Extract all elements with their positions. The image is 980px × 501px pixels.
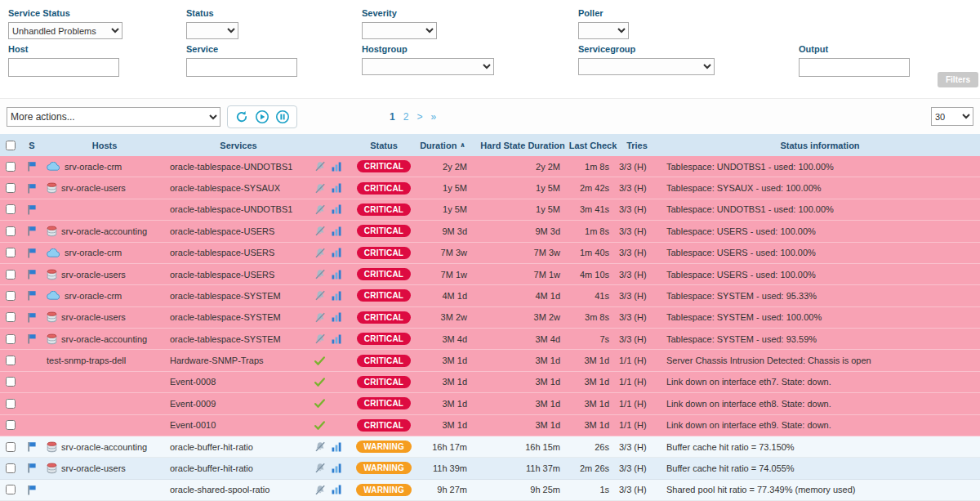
hard-state-duration-value: 3M 1d	[474, 420, 572, 430]
hard-state-duration-value: 1y 5M	[474, 183, 572, 193]
table-row: srv-oracle-accountingoracle-tablespace-U…	[0, 221, 980, 242]
chart-icon[interactable]	[332, 312, 341, 322]
row-checkbox[interactable]	[6, 377, 16, 387]
chart-icon[interactable]	[332, 226, 341, 236]
flag-icon	[27, 161, 37, 172]
row-checkbox[interactable]	[6, 399, 16, 409]
host-input[interactable]	[8, 58, 119, 77]
row-checkbox[interactable]	[6, 463, 16, 473]
page-size-select[interactable]: 30	[931, 107, 973, 126]
service-status-select[interactable]: Unhandled Problems	[8, 22, 122, 39]
chart-icon[interactable]	[332, 291, 341, 301]
row-checkbox[interactable]	[6, 291, 16, 301]
service-name[interactable]: oracle-tablespace-SYSAUX	[170, 183, 280, 193]
row-checkbox[interactable]	[6, 442, 16, 452]
chart-icon[interactable]	[332, 442, 341, 452]
status-select[interactable]	[186, 22, 238, 39]
row-checkbox[interactable]	[6, 270, 16, 280]
row-checkbox[interactable]	[6, 420, 16, 430]
service-name[interactable]: oracle-tablespace-USERS	[170, 270, 274, 280]
page-next[interactable]: >	[416, 111, 422, 123]
filters-button[interactable]: Filters	[938, 72, 978, 87]
row-checkbox[interactable]	[6, 162, 16, 172]
status-information-value: Tablespace: UNDOTBS1 - used: 100.00%	[660, 162, 980, 172]
service-name[interactable]: oracle-tablespace-USERS	[170, 226, 274, 236]
chart-icon[interactable]	[332, 183, 341, 193]
row-checkbox[interactable]	[6, 312, 16, 322]
bell-muted-icon	[314, 290, 326, 301]
chart-icon[interactable]	[332, 162, 341, 172]
column-header-hosts[interactable]: Hosts	[42, 141, 167, 150]
pause-icon[interactable]	[275, 110, 290, 124]
host-name[interactable]: srv-oracle-users	[61, 312, 126, 322]
service-name[interactable]: oracle-tablespace-USERS	[170, 248, 274, 257]
column-header-status[interactable]: Status	[356, 141, 412, 150]
host-name[interactable]: srv-oracle-crm	[65, 248, 122, 257]
status-badge: CRITICAL	[357, 160, 411, 172]
row-checkbox[interactable]	[6, 334, 16, 344]
play-icon[interactable]	[255, 110, 270, 124]
hostgroup-select[interactable]	[362, 58, 494, 75]
service-name[interactable]: oracle-tablespace-UNDOTBS1	[170, 204, 292, 214]
duration-value: 9h 27m	[412, 485, 474, 494]
service-name[interactable]: oracle-tablespace-SYSTEM	[170, 291, 281, 301]
service-name[interactable]: Event-0009	[170, 399, 216, 409]
select-all-checkbox[interactable]	[6, 141, 16, 150]
host-name[interactable]: srv-oracle-accounting	[61, 226, 147, 236]
status-badge: CRITICAL	[357, 247, 411, 259]
column-header-status-information[interactable]: Status information	[660, 141, 980, 150]
host-name[interactable]: srv-oracle-users	[61, 270, 126, 280]
host-name[interactable]: srv-oracle-users	[61, 183, 126, 193]
poller-select[interactable]	[578, 22, 629, 39]
page-1[interactable]: 1	[390, 111, 395, 123]
chart-icon[interactable]	[332, 204, 341, 214]
more-actions-select[interactable]: More actions...	[7, 107, 220, 127]
column-header-hard-state-duration[interactable]: Hard State Duration	[474, 141, 572, 150]
column-header-last-check[interactable]: Last Check	[572, 141, 614, 150]
service-name[interactable]: Event-0008	[170, 377, 216, 387]
service-name[interactable]: oracle-buffer-hit-ratio	[170, 463, 253, 473]
service-name[interactable]: Hardware-SNMP-Traps	[170, 356, 264, 365]
service-name[interactable]: oracle-shared-spool-ratio	[170, 485, 270, 494]
chart-icon[interactable]	[332, 334, 341, 344]
tries-value: 3/3 (H)	[614, 226, 660, 236]
table-row: srv-oracle-usersoracle-tablespace-SYSTEM…	[0, 307, 980, 329]
service-name[interactable]: oracle-buffer-hit-ratio	[170, 442, 253, 452]
row-checkbox[interactable]	[6, 204, 16, 214]
service-name[interactable]: oracle-tablespace-UNDOTBS1	[170, 162, 292, 172]
service-name[interactable]: Event-0010	[170, 420, 216, 430]
host-name[interactable]: srv-oracle-crm	[65, 291, 122, 301]
refresh-icon[interactable]	[234, 110, 249, 124]
row-checkbox[interactable]	[6, 226, 16, 236]
duration-value: 11h 39m	[412, 463, 474, 473]
row-checkbox[interactable]	[6, 356, 16, 365]
host-name[interactable]: srv-oracle-crm	[65, 162, 122, 172]
page-2[interactable]: 2	[403, 111, 409, 123]
column-header-s[interactable]: S	[21, 141, 42, 150]
servicegroup-select[interactable]	[578, 58, 715, 75]
row-checkbox[interactable]	[6, 248, 16, 257]
severity-select[interactable]	[362, 22, 437, 39]
row-checkbox[interactable]	[6, 485, 16, 494]
row-flag-cell	[21, 333, 42, 344]
chart-icon[interactable]	[332, 270, 341, 280]
chart-icon[interactable]	[332, 485, 341, 494]
column-header-duration[interactable]: Duration ∧	[412, 141, 474, 150]
service-name[interactable]: oracle-tablespace-SYSTEM	[170, 312, 281, 322]
page-last[interactable]: »	[430, 111, 436, 123]
chart-icon[interactable]	[332, 463, 341, 473]
output-input[interactable]	[799, 58, 910, 77]
flag-icon	[27, 226, 37, 236]
chart-icon[interactable]	[332, 248, 341, 257]
service-status-label: Service Status	[8, 8, 186, 18]
column-header-tries[interactable]: Tries	[614, 141, 660, 150]
column-header-services[interactable]: Services	[167, 141, 310, 150]
service-input[interactable]	[186, 58, 297, 77]
row-checkbox[interactable]	[6, 183, 16, 193]
host-name[interactable]: test-snmp-traps-dell	[47, 356, 126, 365]
table-row: Event-0010CRITICAL3M 1d3M 1d3M 1d1/1 (H)…	[0, 415, 980, 436]
service-name[interactable]: oracle-tablespace-SYSTEM	[170, 334, 281, 344]
host-name[interactable]: srv-oracle-users	[61, 463, 126, 473]
host-name[interactable]: srv-oracle-accounting	[61, 334, 147, 344]
host-name[interactable]: srv-oracle-accounting	[61, 442, 147, 452]
